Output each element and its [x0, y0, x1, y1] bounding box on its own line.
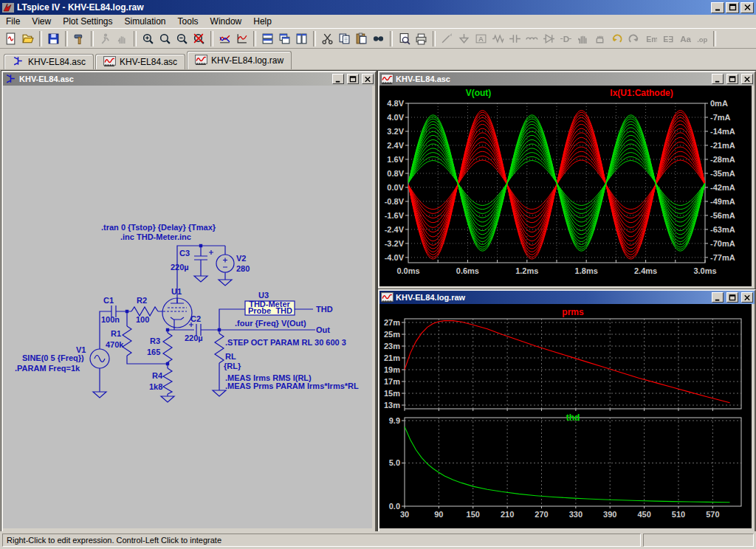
r2-value[interactable]: 100	[136, 315, 149, 324]
directive-param[interactable]: .PARAM Freq=1k	[15, 364, 80, 373]
c3-ref[interactable]: C3	[179, 249, 190, 258]
zoom-back-button[interactable]	[157, 30, 173, 47]
run-icon	[99, 32, 111, 45]
undo-icon	[611, 32, 623, 45]
r1-value[interactable]: 470k	[106, 340, 124, 349]
rl-value[interactable]: {RL}	[224, 362, 241, 370]
waveform-close-button[interactable]	[741, 74, 753, 84]
paste-button[interactable]	[353, 30, 370, 47]
c2-ref[interactable]: C2	[190, 314, 201, 323]
legend-thd[interactable]: thd	[514, 412, 632, 423]
legend-ix-cathode[interactable]: Ix(U1:Cathode)	[586, 88, 697, 98]
directive-inc[interactable]: .inc THD-Meter.inc	[120, 232, 191, 241]
transient-plot[interactable]: V(out) Ix(U1:Cathode) 4.8V0mA4.0V-7mA3.2…	[379, 86, 752, 286]
log-minimize-button[interactable]	[712, 292, 724, 303]
waveform-maximize-button[interactable]	[726, 74, 738, 84]
net-label-out[interactable]: Out	[316, 325, 330, 334]
log-close-button[interactable]	[741, 292, 753, 303]
menu-plot-settings[interactable]: Plot Settings	[57, 15, 118, 27]
menu-tools[interactable]: Tools	[172, 15, 205, 27]
v2-ref[interactable]: V2	[236, 254, 246, 263]
resistor-r4-symbol[interactable]	[163, 368, 172, 394]
tab-khv-el84-asc-0[interactable]: KHV-EL84.asc	[4, 54, 94, 69]
y-right-tick-label: -77mA	[710, 253, 735, 262]
new-schematic-button[interactable]	[2, 30, 19, 47]
close-button[interactable]	[740, 2, 754, 13]
inductor-button	[523, 30, 540, 47]
transient-plot-svg[interactable]: 4.8V0mA4.0V-7mA3.2V-14mA2.4V-21mA1.6V-28…	[379, 86, 752, 286]
label-net-icon: A	[475, 32, 487, 45]
control-panel-button[interactable]	[71, 30, 88, 47]
r3-value[interactable]: 165	[147, 348, 160, 356]
schematic-minimize-button[interactable]	[332, 74, 344, 84]
u1-ref[interactable]: U1	[171, 287, 182, 296]
rl-ref[interactable]: RL	[225, 352, 236, 361]
zoom-full-extents-button[interactable]	[190, 30, 207, 47]
source-v1-symbol[interactable]	[90, 349, 109, 368]
r2-ref[interactable]: R2	[137, 296, 147, 305]
c2-value[interactable]: 220µ	[185, 334, 203, 342]
autorange-axes-button[interactable]	[233, 30, 250, 47]
undo-button[interactable]	[608, 30, 625, 47]
mirror-icon: Em	[645, 32, 657, 45]
menu-window[interactable]: Window	[205, 15, 248, 27]
capacitor-c3-symbol[interactable]	[194, 250, 213, 260]
thd-x-tick-label: 330	[569, 510, 583, 519]
r3-ref[interactable]: R3	[150, 336, 160, 345]
resistor-r1-symbol[interactable]	[123, 326, 131, 356]
directive-meas-prms[interactable]: .MEAS Prms PARAM Irms*Irms*RL	[225, 381, 359, 390]
save-button[interactable]	[45, 30, 62, 47]
schematic-canvas[interactable]: THD-Meter Probe THD .tran 0 {Tstop} {Del…	[3, 86, 372, 528]
maximize-button[interactable]	[726, 2, 739, 13]
tab-khv-el84-log-raw-2[interactable]: KHV-EL84.log.raw	[187, 51, 292, 69]
copy-button[interactable]	[336, 30, 353, 47]
menu-view[interactable]: View	[26, 15, 57, 27]
tube-u1-symbol[interactable]	[162, 298, 192, 328]
find-button[interactable]	[370, 30, 387, 47]
log-window-title-bar[interactable]: KHV-EL84.log.raw	[379, 291, 755, 304]
directive-tran[interactable]: .tran 0 {Tstop} {Delay} {Tmax}	[101, 223, 216, 232]
c1-value[interactable]: 100n	[101, 315, 120, 324]
title-bar[interactable]: LTspice IV - KHV-EL84.log.raw	[0, 0, 756, 15]
tile-vertical-button[interactable]	[293, 30, 310, 47]
c3-value[interactable]: 220µ	[171, 263, 189, 272]
r4-ref[interactable]: R4	[152, 371, 163, 380]
waveform-minimize-button[interactable]	[712, 74, 724, 84]
open-button[interactable]	[19, 30, 36, 47]
waveform-window-title-bar[interactable]: KHV-EL84.asc	[379, 72, 755, 86]
resistor-rl-symbol[interactable]	[215, 334, 224, 363]
thd-meter-u3-symbol[interactable]: THD-Meter Probe THD	[245, 300, 295, 315]
cascade-button[interactable]	[276, 30, 293, 47]
resistor-r3-symbol[interactable]	[163, 333, 172, 362]
legend-v-out[interactable]: V(out)	[449, 88, 508, 98]
menu-help[interactable]: Help	[247, 15, 278, 27]
tab-khv-el84-asc-1[interactable]: KHV-EL84.asc	[95, 54, 185, 69]
directive-step[interactable]: .STEP OCT PARAM RL 30 600 3	[225, 338, 346, 347]
legend-prms[interactable]: prms	[514, 307, 632, 317]
cut-button[interactable]	[319, 30, 336, 47]
menu-file[interactable]: File	[0, 15, 26, 27]
c1-ref[interactable]: C1	[103, 296, 114, 305]
tile-horizontal-button[interactable]	[259, 30, 276, 47]
v1-value[interactable]: SINE(0 5 {Freq})	[22, 353, 84, 362]
log-plot[interactable]: prms thd 27m25m23m21m19m17m15m13m9.95.00…	[379, 304, 752, 528]
print-button[interactable]	[413, 30, 430, 47]
v2-value[interactable]: 280	[236, 264, 250, 273]
r4-value[interactable]: 1k8	[149, 382, 162, 391]
directive-four[interactable]: .four {Freq} V(Out)	[235, 319, 306, 328]
zoom-out-button[interactable]	[173, 30, 190, 47]
u3-ref[interactable]: U3	[258, 291, 269, 300]
menu-simulation[interactable]: Simulation	[119, 15, 172, 27]
minimize-button[interactable]	[711, 2, 724, 13]
plot-settings-button[interactable]	[216, 30, 233, 47]
zoom-in-button[interactable]	[140, 30, 157, 47]
log-maximize-button[interactable]	[726, 292, 738, 303]
source-v2-symbol[interactable]	[216, 255, 234, 272]
schematic-maximize-button[interactable]	[347, 74, 359, 84]
schematic-window-title-bar[interactable]: KHV-EL84.asc	[3, 72, 375, 86]
print-preview-button[interactable]	[396, 30, 413, 47]
r1-ref[interactable]: R1	[111, 329, 121, 338]
net-label-thd[interactable]: THD	[316, 305, 333, 314]
schematic-close-button[interactable]	[362, 74, 374, 84]
schematic-drawing[interactable]: THD-Meter Probe THD .tran 0 {Tstop} {Del…	[3, 86, 372, 528]
